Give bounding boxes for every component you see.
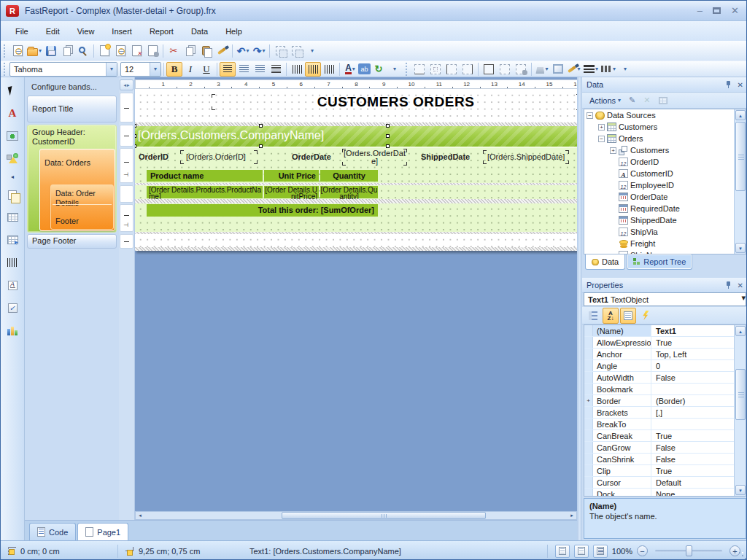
shapes-button[interactable] — [4, 149, 21, 167]
fill-color-button[interactable] — [534, 62, 550, 77]
picture-object-button[interactable] — [4, 127, 21, 144]
page-width-view-button[interactable] — [555, 545, 570, 558]
band-group-header[interactable]: Group Header: CustomerID Data: Orders Da… — [27, 125, 117, 233]
property-row[interactable]: Cursor Default — [584, 477, 746, 489]
properties-view-button[interactable] — [620, 308, 636, 324]
property-value[interactable]: [,] — [651, 407, 746, 418]
canvas-data-orders-band[interactable]: OrderID [Orders.OrderID] OrderDate [Orde… — [135, 148, 577, 183]
valign-top-button[interactable] — [289, 62, 305, 77]
save-all-button[interactable] — [59, 43, 75, 59]
data-tree-item[interactable]: Freight — [584, 238, 746, 249]
text-rotation-button[interactable] — [371, 62, 387, 77]
detail-quantity-cell[interactable]: [Order Details.Quantity] — [320, 186, 378, 198]
property-row[interactable]: AutoWidth False — [584, 372, 746, 384]
checkbox-object-button[interactable] — [4, 299, 21, 316]
pin-icon[interactable] — [724, 281, 732, 289]
property-value[interactable]: True — [651, 337, 746, 348]
footer-total-object[interactable]: Total this order: [SumOfOrder] — [147, 204, 378, 217]
ungroup-button[interactable] — [288, 43, 304, 59]
properties-scrollbar[interactable] — [734, 325, 746, 496]
band-collapse-page-footer[interactable] — [120, 234, 133, 249]
toolbar-overflow-button[interactable] — [304, 43, 320, 59]
detail-unitprice-cell[interactable]: [Order Details.UnitPrice] — [264, 186, 319, 198]
property-row[interactable]: (Name) Text1 — [584, 325, 746, 337]
select-tool-button[interactable] — [4, 82, 21, 99]
property-row[interactable]: Anchor Top, Left — [584, 349, 746, 360]
canvas-report-title-band[interactable]: CUSTOMERS ORDERS — [135, 90, 577, 122]
align-right-button[interactable] — [252, 62, 268, 77]
fill-style-button[interactable] — [550, 62, 566, 77]
zoom-slider-track[interactable] — [655, 550, 722, 552]
zoom-out-button[interactable]: − — [637, 545, 648, 556]
preview-button[interactable] — [75, 43, 91, 59]
orderdate-label-object[interactable]: OrderDate — [292, 152, 331, 161]
shapes-flyout-arrow[interactable] — [4, 172, 21, 181]
property-value[interactable] — [651, 384, 746, 394]
subreport-button[interactable] — [4, 186, 21, 203]
open-button[interactable] — [26, 43, 43, 59]
canvas-order-details-band[interactable]: [Order Details.Products.ProductName] [Or… — [135, 185, 577, 199]
property-value[interactable]: 0 — [651, 360, 746, 371]
align-left-button[interactable] — [220, 62, 236, 77]
font-name-combo[interactable]: Tahoma — [9, 62, 117, 77]
band-data-order-details[interactable]: Data: Order Details Footer — [50, 184, 114, 230]
property-row[interactable]: Bookmark — [584, 384, 746, 395]
scroll-up-arrow[interactable] — [735, 110, 746, 120]
group-button[interactable] — [272, 43, 288, 59]
company-name-object[interactable]: [Orders.Customers.CompanyName] — [138, 129, 324, 142]
menu-report[interactable]: Report — [141, 24, 182, 39]
property-value[interactable]: Text1 — [651, 325, 746, 336]
tree-expand-box[interactable]: + — [598, 124, 605, 131]
text-toolbar-overflow-button[interactable] — [387, 62, 403, 77]
scrollbar-thumb[interactable] — [735, 122, 746, 191]
hundred-percent-view-button[interactable] — [593, 545, 608, 558]
property-row[interactable]: BreakTo — [584, 419, 746, 430]
text-object-button[interactable]: A — [4, 104, 21, 122]
menu-help[interactable]: Help — [217, 24, 251, 39]
bold-button[interactable]: B — [166, 62, 182, 77]
view-data-button[interactable] — [656, 94, 670, 107]
shippeddate-label-object[interactable]: ShippedDate — [421, 152, 470, 161]
alphabetical-sort-button[interactable]: AZ↓ — [603, 308, 619, 324]
page-settings-button[interactable] — [144, 43, 160, 59]
property-value[interactable]: False — [651, 454, 746, 464]
actions-menu-button[interactable]: Actions — [587, 94, 624, 107]
shippeddate-value-object[interactable]: [Orders.ShippedDate] — [483, 150, 569, 164]
new-dialog-button[interactable] — [112, 43, 128, 59]
border-bottom-button[interactable] — [427, 62, 444, 77]
orderdate-value-object[interactable]: [Orders.OrderDate] — [342, 149, 407, 166]
sidebar-splitter-button[interactable] — [120, 79, 133, 90]
property-row[interactable]: Clip True — [584, 465, 746, 477]
border-left-button[interactable] — [444, 62, 460, 77]
menu-insert[interactable]: Insert — [103, 24, 141, 39]
data-panel-close-icon[interactable] — [738, 81, 743, 89]
underline-button[interactable]: U — [198, 62, 214, 77]
tree-expand-box[interactable]: − — [598, 136, 605, 142]
detail-header-unitprice-cell[interactable]: Unit Price — [264, 170, 319, 182]
data-tree-item[interactable]: CustomerID — [584, 168, 746, 179]
line-color-button[interactable] — [566, 62, 582, 77]
data-tree-item[interactable]: RequiredDate — [584, 203, 746, 214]
property-value[interactable]: None — [651, 489, 746, 497]
align-center-button[interactable] — [236, 62, 252, 77]
detail-header-quantity-cell[interactable]: Quantity — [320, 170, 378, 182]
property-row[interactable]: + Border (Border) — [584, 395, 746, 407]
tree-expand-box[interactable]: + — [610, 147, 616, 154]
minimize-button[interactable] — [697, 5, 703, 16]
valign-center-button[interactable] — [305, 62, 321, 77]
property-row[interactable]: Brackets [,] — [584, 407, 746, 419]
scroll-right-arrow[interactable] — [568, 512, 576, 519]
chart-object-button[interactable] — [4, 322, 21, 339]
save-button[interactable] — [43, 43, 59, 59]
border-top-button[interactable] — [411, 62, 427, 77]
line-width-button[interactable] — [582, 62, 600, 77]
font-size-combo[interactable]: 12 — [120, 62, 161, 77]
paste-button[interactable] — [198, 43, 214, 59]
data-tree-item[interactable]: + Customers — [584, 144, 746, 156]
undo-button[interactable] — [235, 43, 251, 59]
canvas-group-header-band[interactable]: [Orders.Customers.CompanyName] — [135, 126, 577, 147]
delete-page-button[interactable] — [128, 43, 144, 59]
pin-icon[interactable] — [724, 81, 732, 88]
detail-productname-cell[interactable]: [Order Details.Products.ProductName] — [147, 186, 263, 198]
menu-data[interactable]: Data — [182, 24, 217, 39]
